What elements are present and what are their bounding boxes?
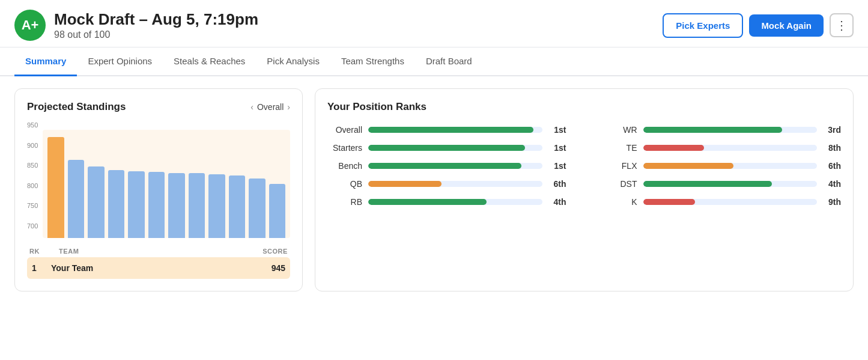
- draft-score: 98 out of 100: [54, 29, 258, 40]
- rank-label-dst: DST: [602, 179, 637, 189]
- bar-6: [148, 172, 165, 238]
- rank-row-qb: QB 6th: [327, 179, 566, 189]
- rank-bar-overall: [368, 127, 533, 133]
- rank-bar-flx: [643, 163, 734, 169]
- col-score: SCORE: [263, 248, 288, 255]
- rank-bar-container-starters: [368, 145, 542, 151]
- position-ranks-right: WR 3rd TE 8th FLX: [602, 125, 842, 207]
- bar-2: [68, 160, 84, 238]
- position-ranks-title: Your Position Ranks: [327, 101, 841, 113]
- rank-bar-rb: [368, 199, 487, 205]
- rank-bar-container-qb: [368, 181, 542, 187]
- rank-row-wr: WR 3rd: [602, 125, 842, 135]
- rank-bar-dst: [643, 181, 772, 187]
- more-icon: ⋮: [836, 18, 848, 32]
- rank-bar-container-rb: [368, 199, 542, 205]
- tabs-bar: Summary Expert Opinions Steals & Reaches…: [0, 47, 868, 76]
- bar-10: [229, 175, 245, 238]
- rank-label-starters: Starters: [327, 143, 362, 153]
- tab-draft-board[interactable]: Draft Board: [415, 47, 483, 76]
- nav-arrow-left[interactable]: ‹: [250, 102, 253, 112]
- rank-row-flx: FLX 6th: [602, 161, 842, 171]
- draft-title: Mock Draft – Aug 5, 7:19pm: [54, 10, 258, 29]
- header-right: Pick Experts Mock Again ⋮: [663, 13, 854, 38]
- chart-yaxis: 950 900 850 800 750 700: [27, 121, 38, 230]
- rank-bar-wr: [643, 127, 783, 133]
- tab-pick-analysis[interactable]: Pick Analysis: [256, 47, 330, 76]
- rank-row-k: K 9th: [602, 197, 842, 207]
- rank-bar-container-te: [643, 145, 818, 151]
- col-rk: RK: [29, 248, 40, 255]
- rank-label-wr: WR: [602, 125, 637, 135]
- bar-12: [269, 184, 285, 238]
- position-ranks-grid: Overall 1st Starters 1st Bench: [327, 125, 841, 207]
- grade-badge: A+: [14, 10, 46, 41]
- rank-value-rb: 4th: [548, 197, 566, 207]
- rank-row-starters: Starters 1st: [327, 143, 566, 153]
- rank-bar-qb: [368, 181, 442, 187]
- rank-value-dst: 4th: [823, 179, 841, 189]
- rank-label-flx: FLX: [602, 161, 637, 171]
- header-left: A+ Mock Draft – Aug 5, 7:19pm 98 out of …: [14, 10, 258, 41]
- tab-team-strengths[interactable]: Team Strengths: [330, 47, 415, 76]
- mock-again-button[interactable]: Mock Again: [749, 14, 824, 37]
- rank-value-flx: 6th: [823, 161, 841, 171]
- rank-value-te: 8th: [823, 143, 841, 153]
- row-team: Your Team: [46, 263, 272, 273]
- card-header-standings: Projected Standings ‹ Overall ›: [27, 101, 290, 113]
- rank-label-rb: RB: [327, 197, 362, 207]
- rank-label-te: TE: [602, 143, 637, 153]
- rank-bar-container-k: [643, 199, 818, 205]
- rank-row-overall: Overall 1st: [327, 125, 566, 135]
- rank-bar-starters: [368, 145, 525, 151]
- rank-value-overall: 1st: [548, 125, 566, 135]
- header: A+ Mock Draft – Aug 5, 7:19pm 98 out of …: [0, 0, 868, 47]
- projected-standings-title: Projected Standings: [27, 101, 126, 113]
- bar-9: [208, 174, 225, 238]
- position-ranks-left: Overall 1st Starters 1st Bench: [327, 125, 566, 207]
- rank-label-bench: Bench: [327, 161, 362, 171]
- bar-1: [47, 137, 64, 238]
- standings-nav-label: Overall: [257, 102, 284, 112]
- bar-5: [128, 171, 144, 238]
- tab-summary[interactable]: Summary: [14, 47, 77, 76]
- rank-value-wr: 3rd: [823, 125, 841, 135]
- rank-row-te: TE 8th: [602, 143, 842, 153]
- position-ranks-card: Your Position Ranks Overall 1st Starters…: [315, 88, 854, 291]
- rank-label-qb: QB: [327, 179, 362, 189]
- pick-experts-button[interactable]: Pick Experts: [663, 13, 743, 38]
- rank-label-overall: Overall: [327, 125, 362, 135]
- main-content: Projected Standings ‹ Overall › 950 900 …: [0, 76, 868, 304]
- row-rank: 1: [32, 263, 46, 273]
- standings-row-1: 1 Your Team 945: [27, 257, 290, 279]
- more-options-button[interactable]: ⋮: [830, 13, 854, 37]
- rank-bar-bench: [368, 163, 521, 169]
- rank-bar-container-flx: [643, 163, 818, 169]
- chart-bars: [43, 130, 290, 238]
- bar-3: [88, 166, 104, 238]
- rank-bar-container-dst: [643, 181, 818, 187]
- standings-nav: ‹ Overall ›: [250, 102, 290, 112]
- rank-value-k: 9th: [823, 197, 841, 207]
- rank-row-rb: RB 4th: [327, 197, 566, 207]
- tab-steals-reaches[interactable]: Steals & Reaches: [163, 47, 256, 76]
- bar-11: [249, 178, 265, 238]
- tab-expert-opinions[interactable]: Expert Opinions: [77, 47, 163, 76]
- col-team: TEAM: [40, 248, 263, 255]
- bar-7: [168, 173, 184, 238]
- rank-bar-container-wr: [643, 127, 818, 133]
- rank-label-k: K: [602, 197, 637, 207]
- rank-bar-container-overall: [368, 127, 542, 133]
- rank-row-bench: Bench 1st: [327, 161, 566, 171]
- projected-standings-card: Projected Standings ‹ Overall › 950 900 …: [14, 88, 303, 291]
- nav-arrow-right[interactable]: ›: [287, 102, 290, 112]
- standings-table: RK TEAM SCORE 1 Your Team 945: [27, 245, 290, 279]
- rank-value-qb: 6th: [548, 179, 566, 189]
- rank-row-dst: DST 4th: [602, 179, 842, 189]
- row-score: 945: [272, 263, 285, 273]
- rank-bar-container-bench: [368, 163, 542, 169]
- rank-value-starters: 1st: [548, 143, 566, 153]
- rank-bar-te: [643, 145, 704, 151]
- bar-8: [189, 173, 205, 238]
- chart-wrapper: 950 900 850 800 750 700: [27, 121, 290, 238]
